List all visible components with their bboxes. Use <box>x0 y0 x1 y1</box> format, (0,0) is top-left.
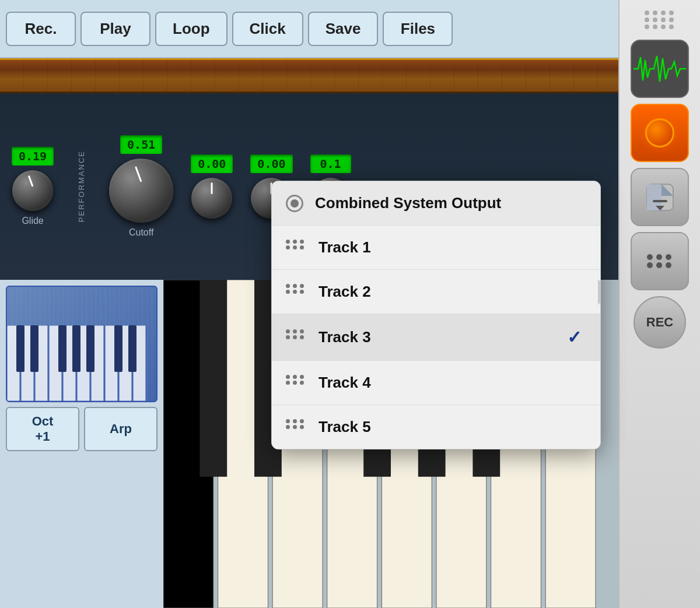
loop-button[interactable]: Loop <box>155 12 228 46</box>
svg-rect-12 <box>30 325 38 372</box>
grid-button[interactable] <box>631 232 689 290</box>
svg-rect-26 <box>200 280 227 477</box>
knob-group-3: 0.00 <box>191 154 233 219</box>
waveform-button[interactable] <box>631 40 689 98</box>
svg-rect-13 <box>58 325 66 372</box>
dropdown-item-track5[interactable]: Track 5 <box>272 405 600 449</box>
dropdown-item-track4[interactable]: Track 4 <box>272 361 600 405</box>
pitch-pad[interactable] <box>6 286 158 402</box>
dot-3 <box>661 10 666 15</box>
dot-10 <box>653 24 657 29</box>
t5sd4 <box>286 425 290 429</box>
dot-7 <box>661 17 666 22</box>
svg-rect-17 <box>128 325 136 372</box>
track3-checkmark: ✓ <box>567 327 582 347</box>
top-toolbar: Rec. Play Loop Click Save Files <box>0 0 618 58</box>
keyboard-buttons: Oct +1 Arp <box>6 407 158 451</box>
knob-display-2: 0.51 <box>120 135 162 154</box>
t4sd5 <box>293 381 297 385</box>
t3sd3 <box>300 329 304 333</box>
export-button[interactable] <box>631 168 689 226</box>
record-inner <box>645 118 674 147</box>
knob-3[interactable] <box>191 178 232 219</box>
t4sd4 <box>286 381 290 385</box>
t4sd3 <box>300 375 304 379</box>
dot-4 <box>669 10 674 15</box>
knob-label-1: Glide <box>22 216 43 226</box>
right-sidebar: REC <box>618 0 700 608</box>
t2sd3 <box>300 284 304 288</box>
t3sd5 <box>293 335 297 339</box>
dropdown-item-combined[interactable]: Combined System Output <box>272 181 600 226</box>
svg-rect-14 <box>72 325 80 372</box>
rec-button[interactable]: Rec. <box>6 12 76 46</box>
click-button[interactable]: Click <box>232 12 303 46</box>
t2sd5 <box>293 290 297 294</box>
svg-rect-16 <box>114 325 123 372</box>
dropdown-item-track3[interactable]: Track 3 ✓ <box>272 314 600 361</box>
waveform-icon <box>634 51 686 86</box>
record-button[interactable] <box>631 104 689 162</box>
knob-marker-1 <box>28 175 34 187</box>
track2-label: Track 2 <box>318 283 586 301</box>
track1-label: Track 1 <box>318 238 586 256</box>
dot-8 <box>669 17 674 22</box>
knob-1[interactable] <box>12 170 53 211</box>
t4sd2 <box>293 375 297 379</box>
t5sd3 <box>300 419 304 423</box>
svg-rect-11 <box>16 325 24 372</box>
grid-dot-1 <box>647 254 653 260</box>
grid-dot-2 <box>656 254 662 260</box>
radio-combined <box>286 195 303 212</box>
dot-1 <box>645 10 649 15</box>
grid-dot-5 <box>656 262 662 268</box>
track5-label: Track 5 <box>318 418 586 436</box>
t5sd2 <box>293 419 297 423</box>
save-button[interactable]: Save <box>308 12 379 46</box>
rec-button-sidebar[interactable]: REC <box>634 296 686 349</box>
knob-display-5: 0.1 <box>310 154 351 173</box>
dot-9 <box>645 24 649 29</box>
dot-12 <box>669 24 674 29</box>
svg-rect-15 <box>86 325 94 372</box>
t3sd4 <box>286 335 290 339</box>
oct-button[interactable]: Oct +1 <box>6 407 79 451</box>
files-button[interactable]: Files <box>383 12 453 46</box>
t2sd2 <box>293 284 297 288</box>
dropdown-item-track2[interactable]: Track 2 <box>272 270 600 314</box>
dropdown-item-track1[interactable]: Track 1 <box>272 226 600 270</box>
knob-2[interactable] <box>109 159 173 223</box>
t2sd4 <box>286 290 290 294</box>
dropdown-arrow <box>598 279 601 305</box>
dot-11 <box>661 24 666 29</box>
grid-dots-icon <box>647 254 673 268</box>
dropdown-menu: Combined System Output Track 1 <box>271 181 601 449</box>
sd3 <box>300 240 304 244</box>
t2sd6 <box>300 290 304 294</box>
sd2 <box>293 240 297 244</box>
sidebar-dots <box>640 6 680 34</box>
t5sd6 <box>300 425 304 429</box>
sd4 <box>286 245 290 249</box>
export-icon <box>644 181 676 213</box>
rec-label: REC <box>646 315 673 330</box>
performance-label: PERFORMANCE <box>77 150 86 222</box>
arp-button[interactable]: Arp <box>84 407 158 451</box>
knob-group-2: 0.51 Cutoff <box>109 135 173 238</box>
dot-2 <box>653 10 657 15</box>
t2sd1 <box>286 284 290 288</box>
track3-icon <box>286 329 307 346</box>
knob-display-3: 0.00 <box>191 154 233 173</box>
t4sd1 <box>286 375 290 379</box>
keyboard-controls: Oct +1 Arp <box>0 280 163 608</box>
t3sd2 <box>293 329 297 333</box>
track5-icon <box>286 419 307 435</box>
play-button[interactable]: Play <box>80 12 150 46</box>
dot-5 <box>645 17 649 22</box>
t5sd1 <box>286 419 290 423</box>
track3-label: Track 3 <box>318 328 555 346</box>
track4-icon <box>286 375 307 391</box>
wood-grain <box>0 60 618 92</box>
knob-group-1: 0.19 Glide <box>12 147 54 226</box>
t5sd5 <box>293 425 297 429</box>
